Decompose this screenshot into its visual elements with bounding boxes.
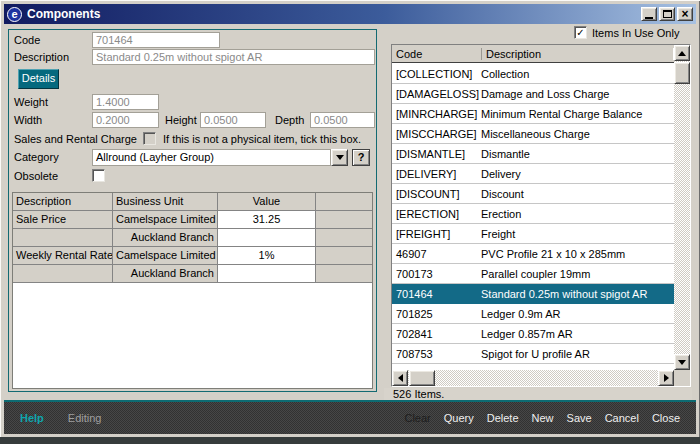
delete-button[interactable]: Delete [487, 412, 519, 424]
list-item[interactable]: 46907PVC Profile 21 x 10 x 285mm [392, 244, 674, 264]
list-header: Code Description [392, 45, 674, 63]
new-button[interactable]: New [532, 412, 554, 424]
item-description: Collection [477, 68, 674, 80]
components-list: Code Description [COLLECTION]Collection … [391, 44, 691, 387]
item-code: [DISCOUNT] [392, 188, 477, 200]
arrow-right-icon [664, 374, 669, 382]
list-item[interactable]: [DISCOUNT]Discount [392, 184, 674, 204]
item-code: [MISCCHARGE] [392, 128, 477, 140]
window-bottom-edge [0, 437, 700, 444]
list-item[interactable]: 700173Parallel coupler 19mm [392, 264, 674, 284]
item-code: [DISMANTLE] [392, 148, 477, 160]
list-item[interactable]: [DAMAGELOSS]Damage and Loss Charge [392, 84, 674, 104]
column-header-code[interactable]: Code [392, 48, 481, 60]
list-item[interactable]: [DELIVERY]Delivery [392, 164, 674, 184]
app-logo-icon: e [7, 7, 22, 22]
pricing-cell-value[interactable] [218, 265, 316, 283]
item-description: Erection [477, 208, 674, 220]
list-item[interactable]: [DISMANTLE]Dismantle [392, 144, 674, 164]
sales-rental-charge-label: Sales and Rental Charge [14, 133, 137, 145]
pricing-header-value: Value [218, 193, 316, 211]
obsolete-checkbox[interactable] [92, 169, 105, 182]
close-action-button[interactable]: Close [652, 412, 680, 424]
depth-field: 0.0500 [310, 112, 375, 128]
pricing-cell-value[interactable]: 1% [218, 247, 316, 265]
item-code: [DAMAGELOSS] [392, 88, 477, 100]
pricing-cell-spare [316, 211, 372, 229]
list-item[interactable]: [MINRCHARGE]Minimum Rental Charge Balanc… [392, 104, 674, 124]
item-description: Freight [477, 228, 674, 240]
pricing-header-business-unit: Business Unit [113, 193, 218, 211]
pricing-cell-spare [316, 229, 372, 247]
window-controls: × [641, 7, 693, 21]
item-description: Ledger 0.9m AR [477, 308, 674, 320]
arrow-left-icon [398, 374, 403, 382]
scroll-left-button[interactable] [392, 370, 408, 386]
pricing-cell-business-unit: Camelspace Limited [113, 247, 218, 265]
item-description: Ledger 0.857m AR [477, 328, 674, 340]
item-description: PVC Profile 21 x 10 x 285mm [477, 248, 674, 260]
category-dropdown[interactable]: Allround (Layher Group) [92, 149, 331, 166]
details-button[interactable]: Details [18, 69, 59, 89]
list-item[interactable]: [COLLECTION]Collection [392, 64, 674, 84]
pricing-cell-description: Sale Price [13, 211, 113, 229]
pricing-cell-description [13, 229, 113, 247]
help-link[interactable]: Help [20, 412, 44, 424]
scrollbar-corner [674, 370, 690, 386]
pricing-cell-value[interactable]: 31.25 [218, 211, 316, 229]
window-title: Components [27, 7, 100, 21]
vertical-scrollbar[interactable] [674, 45, 690, 370]
maximize-icon [663, 10, 672, 18]
checkmark-icon: ✓ [576, 27, 584, 38]
item-description: Discount [477, 188, 674, 200]
weight-label: Weight [14, 96, 48, 108]
component-detail-panel: Code 701464 Description Standard 0.25m w… [8, 29, 377, 392]
category-help-button[interactable]: ? [352, 149, 370, 166]
items-in-use-only-checkbox[interactable]: ✓ [574, 26, 587, 39]
arrow-down-icon [678, 360, 686, 365]
scroll-up-button[interactable] [674, 45, 690, 61]
item-code: 701825 [392, 308, 477, 320]
item-code: [MINRCHARGE] [392, 108, 477, 120]
pricing-cell-business-unit: Auckland Branch [113, 229, 218, 247]
item-description: Damage and Loss Charge [477, 88, 674, 100]
weight-field: 1.4000 [92, 94, 159, 110]
query-button[interactable]: Query [444, 412, 474, 424]
horizontal-scrollbar[interactable] [392, 370, 674, 386]
sales-rental-charge-hint: If this is not a physical item, tick thi… [163, 133, 361, 145]
list-item[interactable]: 708753Spigot for U profile AR [392, 344, 674, 364]
description-label: Description [14, 51, 69, 63]
code-field: 701464 [92, 32, 220, 48]
save-button[interactable]: Save [567, 412, 592, 424]
minimize-icon [645, 17, 653, 19]
pricing-table: Description Business Unit Value Sale Pri… [12, 192, 373, 389]
item-code: 708753 [392, 348, 477, 360]
horizontal-scroll-thumb[interactable] [409, 370, 435, 386]
scroll-right-button[interactable] [658, 370, 674, 386]
close-button[interactable]: × [677, 7, 693, 21]
pricing-cell-spare [316, 265, 372, 283]
list-item[interactable]: 702841Ledger 0.857m AR [392, 324, 674, 344]
items-in-use-only-label: Items In Use Only [592, 27, 679, 39]
maximize-button[interactable] [659, 7, 675, 21]
item-code: 701464 [392, 288, 477, 300]
width-field: 0.2000 [92, 112, 159, 128]
item-code: [ERECTION] [392, 208, 477, 220]
pricing-cell-value[interactable] [218, 229, 316, 247]
list-item[interactable]: [ERECTION]Erection [392, 204, 674, 224]
list-item[interactable]: 701825Ledger 0.9m AR [392, 304, 674, 324]
list-item[interactable]: [MISCCHARGE]Miscellaneous Charge [392, 124, 674, 144]
category-dropdown-button[interactable] [331, 149, 348, 166]
scroll-down-button[interactable] [674, 354, 690, 370]
list-item-selected[interactable]: 701464Standard 0.25m without spigot AR [392, 284, 674, 304]
item-description: Parallel coupler 19mm [477, 268, 674, 280]
pricing-header-description: Description [13, 193, 113, 211]
minimize-button[interactable] [641, 7, 657, 21]
list-item[interactable]: [FREIGHT]Freight [392, 224, 674, 244]
item-description: Dismantle [477, 148, 674, 160]
arrow-up-icon [678, 51, 686, 56]
column-header-description[interactable]: Description [481, 48, 674, 60]
cancel-button[interactable]: Cancel [605, 412, 639, 424]
vertical-scroll-thumb[interactable] [674, 62, 690, 84]
title-bar: e Components × [4, 4, 696, 24]
